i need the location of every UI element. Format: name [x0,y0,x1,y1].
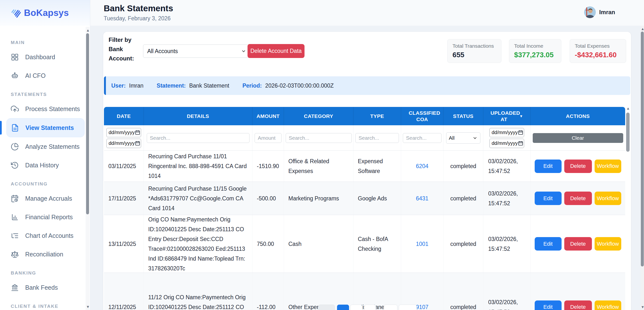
cell-status: completed [444,215,483,272]
delete-account-data-button[interactable]: Delete Account Data [248,44,304,58]
sidebar-item-label: Reconciliation [25,251,63,258]
col-header-amount[interactable]: AMOUNT [252,107,284,125]
coa-link[interactable]: 6431 [416,194,428,203]
scroll-up-icon[interactable]: ▲ [641,27,644,30]
sidebar-item-dashboard[interactable]: Dashboard [11,48,82,66]
sidebar-scrollbar-thumb[interactable] [86,33,89,214]
pagination-page-active[interactable] [337,304,349,310]
page-scrollbar-thumb[interactable] [641,32,644,266]
workflow-button[interactable]: Workflow [594,192,621,205]
col-header-date[interactable]: DATE [104,107,144,125]
pagination-page-button[interactable] [364,304,376,310]
cell-type: Google Ads [354,182,401,215]
coa-search-input[interactable] [403,133,442,143]
edit-button[interactable]: Edit [535,160,562,173]
delete-button[interactable]: Delete [564,160,592,173]
pagination-page-button[interactable] [350,304,362,310]
edit-button[interactable]: Edit [535,237,562,250]
table-row: 03/11/2025 Recurring Card Purchase 11/01… [104,151,625,182]
coa-link[interactable]: 1001 [416,239,428,249]
sidebar-item-label: Dashboard [25,54,55,61]
pagination-next-button[interactable] [399,304,417,310]
col-header-label: UPLOADED AT [490,110,517,122]
calendar-icon [518,130,524,135]
sidebar-item-chart-of-accounts[interactable]: Chart of Accounts [11,226,82,245]
date-from-filter[interactable]: dd/mm/yyyy [106,128,141,137]
sidebar-item-process-statements[interactable]: Process Statements [11,100,82,118]
avatar [584,6,596,18]
calendar-clock-icon [11,194,19,202]
stat-value: -$432,661.60 [575,51,626,59]
sidebar-section-statements: STATEMENTS [11,92,85,97]
coa-link[interactable]: 9107 [416,302,428,310]
col-header-uploaded-at[interactable]: UPLOADED AT▼ [483,107,530,125]
coa-link[interactable]: 6204 [416,161,428,171]
scroll-down-icon[interactable]: ▼ [86,305,89,308]
user-menu[interactable]: Imran [584,6,615,18]
user-name: Imran [599,9,615,16]
details-search-input[interactable] [147,133,250,143]
delete-button[interactable]: Delete [564,300,592,310]
col-header-status[interactable]: STATUS [444,107,483,125]
edit-button[interactable]: Edit [535,300,562,310]
topbar: Bank Statements Tuesday, February 3, 202… [90,0,644,26]
amount-filter-input[interactable] [254,133,282,143]
cell-amount: -500.00 [252,182,284,215]
sidebar-item-ai-cfo[interactable]: AI CFO [11,66,82,85]
stat-value: 655 [452,51,501,59]
page-date: Tuesday, February 3, 2026 [104,15,171,22]
type-search-input[interactable] [356,133,399,143]
uploaded-from-filter[interactable]: dd/mm/yyyy [490,128,524,137]
col-header-type[interactable]: TYPE [354,107,401,125]
workflow-button[interactable]: Workflow [594,160,621,173]
uploaded-to-filter[interactable]: dd/mm/yyyy [490,139,524,148]
edit-button[interactable]: Edit [535,192,562,205]
sidebar-item-analyze-statements[interactable]: Analyze Statements [11,137,82,156]
cell-amount: 750.00 [252,215,284,272]
status-filter-select[interactable]: All [446,132,480,144]
pagination-page-button[interactable] [384,304,398,310]
transactions-table: DATE DETAILS AMOUNT CATEGORY TYPE CLASSI… [104,107,625,310]
date-placeholder: dd/mm/yyyy [108,140,135,146]
calendar-icon [135,130,140,135]
sidebar-item-data-history[interactable]: Data History [11,156,82,174]
delete-button[interactable]: Delete [564,192,592,205]
page-title: Bank Statements [104,4,173,13]
table-row: 17/11/2025 Recurring Card Purchase 11/15… [104,182,625,215]
table-scrollbar-thumb[interactable] [626,112,630,152]
cell-category: Office & Related Expenses [284,151,354,182]
date-to-filter[interactable]: dd/mm/yyyy [106,139,141,148]
category-search-input[interactable] [286,133,352,143]
stat-label: Total Transactions [452,43,501,49]
account-select-value: All Accounts [147,48,178,54]
table-row: 12/11/2025 11/12 Orig CO Name:Paymentech… [104,273,625,310]
sidebar-item-label: AI CFO [25,72,46,79]
scroll-down-icon[interactable]: ▼ [641,305,644,309]
sidebar-item-label: Chart of Accounts [25,232,74,239]
sidebar-item-financial-reports[interactable]: Financial Reports [11,208,82,226]
cell-category: Cash [284,215,354,272]
scroll-up-icon[interactable]: ▲ [626,106,630,110]
sidebar-item-manage-accruals[interactable]: Manage Accruals [11,189,82,208]
scroll-up-icon[interactable]: ▲ [86,28,89,32]
pagination-prev-button[interactable] [318,304,335,310]
sidebar-item-bank-feeds[interactable]: Bank Feeds [11,278,82,297]
page-scrollbar[interactable]: ▲ ▼ [640,26,644,310]
sidebar-scrollbar[interactable]: ▲ ▼ [86,27,90,310]
cell-classified-coa: 1001 [401,215,444,272]
sidebar-item-view-statements[interactable]: View Statements [6,118,85,137]
col-header-category[interactable]: CATEGORY [284,107,354,125]
workflow-button[interactable]: Workflow [594,237,621,250]
statement-value: Bank Statement [189,82,229,89]
delete-button[interactable]: Delete [564,237,592,250]
bank-account-select[interactable]: All Accounts [143,44,250,58]
col-header-details[interactable]: DETAILS [144,107,252,125]
cell-status: completed [444,151,483,182]
sidebar-item-reconciliation[interactable]: Reconciliation [11,245,82,264]
sidebar: BoKapsys MAIN Dashboard AI CFO STATEMENT… [0,0,90,310]
status-select-value: All [449,135,454,141]
clear-filters-button[interactable]: Clear [533,133,623,143]
workflow-button[interactable]: Workflow [594,300,621,310]
table-scrollbar[interactable]: ▲ ▼ [625,103,631,310]
col-header-classified-coa[interactable]: CLASSIFIED COA [401,107,444,125]
